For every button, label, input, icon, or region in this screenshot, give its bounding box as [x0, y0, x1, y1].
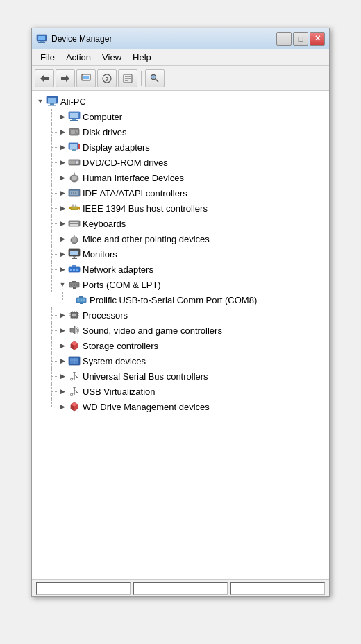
connector: [46, 399, 57, 414]
expand-monitors[interactable]: ▶: [57, 248, 68, 260]
svg-rect-20: [50, 103, 54, 105]
connector: [46, 185, 57, 201]
expand-mice[interactable]: ▶: [57, 233, 68, 244]
help-button[interactable]: ?: [97, 69, 117, 87]
svg-point-81: [76, 285, 78, 286]
svg-line-15: [156, 78, 159, 82]
keyboards-label: Keyboards: [83, 219, 126, 229]
tree-item-usb-virt[interactable]: ▶ USB Virtualization: [32, 384, 329, 399]
svg-rect-88: [79, 296, 83, 298]
restore-button[interactable]: □: [293, 32, 308, 46]
svg-point-29: [76, 131, 78, 133]
computer-icon: [68, 110, 81, 123]
processor-icon: [68, 309, 81, 321]
expand-storage[interactable]: ▶: [57, 340, 68, 351]
tree-item-monitors[interactable]: ▶ Monitors: [32, 246, 329, 262]
expand-ports[interactable]: ▼: [57, 279, 68, 290]
svg-marker-4: [40, 75, 49, 82]
expand-wd[interactable]: ▶: [57, 401, 68, 412]
svg-rect-83: [73, 287, 76, 289]
up-button[interactable]: [76, 69, 96, 87]
svg-rect-47: [71, 192, 72, 194]
svg-rect-72: [72, 258, 77, 259]
tree-item-usb[interactable]: ▶ Universal Serial Bus controllers: [32, 368, 329, 384]
tree-item-system[interactable]: ▶ System devices: [32, 353, 329, 368]
svg-rect-60: [74, 222, 76, 223]
svg-text:?: ?: [105, 76, 109, 83]
svg-rect-76: [76, 269, 78, 271]
menu-help[interactable]: Help: [127, 51, 157, 64]
properties-button[interactable]: [118, 69, 137, 87]
tree-item-ide[interactable]: ▶ IDE ATA/ATAPI controllers: [32, 185, 329, 201]
svg-marker-102: [70, 326, 75, 334]
expand-usb[interactable]: ▶: [57, 371, 68, 382]
svg-rect-64: [76, 224, 78, 226]
expand-keyboards[interactable]: ▶: [57, 218, 68, 229]
usb-label: Universal Serial Bus controllers: [83, 371, 208, 382]
svg-rect-24: [72, 119, 76, 120]
connector: [46, 323, 57, 338]
svg-point-66: [72, 237, 77, 242]
tree-item-wd[interactable]: ▶ WD Drive Management devices: [32, 399, 329, 414]
expand-ide[interactable]: ▶: [57, 187, 68, 198]
expand-system[interactable]: ▶: [57, 355, 68, 366]
status-panel-1: [36, 582, 131, 595]
svg-rect-25: [70, 120, 78, 121]
svg-marker-71: [73, 256, 76, 258]
tree-item-ieee[interactable]: ▶ IEEE 1394 Bus host controllers: [32, 201, 329, 216]
ports-label: Ports (COM & LPT): [83, 280, 161, 290]
connector: [46, 124, 57, 139]
tree-item-processors[interactable]: ▶ Processors: [32, 307, 329, 323]
connector: [46, 246, 57, 262]
expand-ieee[interactable]: ▶: [57, 203, 68, 214]
dvd-label: DVD/CD-ROM drives: [83, 158, 168, 168]
status-bar: [32, 579, 329, 596]
menu-action[interactable]: Action: [60, 51, 96, 64]
system-icon: [68, 355, 81, 367]
disk-label: Disk drives: [83, 127, 127, 137]
expand-usb-virt[interactable]: ▶: [57, 386, 68, 397]
expand-root[interactable]: ▼: [35, 96, 46, 107]
tree-item-sound[interactable]: ▶ Sound, video and game controllers: [32, 323, 329, 338]
device-tree[interactable]: ▼ Ali-PC ▶: [32, 91, 329, 579]
forward-button[interactable]: [56, 69, 75, 87]
menu-view[interactable]: View: [96, 51, 127, 64]
expand-network[interactable]: ▶: [57, 264, 68, 275]
tree-item-network[interactable]: ▶ Network adapters: [32, 262, 329, 277]
back-button[interactable]: [35, 69, 54, 87]
tree-root[interactable]: ▼ Ali-PC: [32, 94, 329, 109]
tree-item-storage[interactable]: ▶ Storage controllers: [32, 338, 329, 353]
menu-file[interactable]: File: [35, 51, 60, 64]
tree-item-disk-drives[interactable]: ▶ Disk drives: [32, 124, 329, 139]
menu-bar: File Action View Help: [32, 49, 329, 66]
tree-item-ports[interactable]: ▼ Ports (COM & LPT): [32, 277, 329, 292]
expand-sound[interactable]: ▶: [57, 325, 68, 336]
svg-point-38: [76, 162, 78, 163]
minimize-button[interactable]: –: [276, 32, 292, 46]
tree-item-mice[interactable]: ▶ Mice and other pointing devices: [32, 231, 329, 246]
expand-disk[interactable]: ▶: [57, 126, 68, 137]
expand-computer[interactable]: ▶: [57, 111, 68, 122]
tree-item-keyboards[interactable]: ▶ Keyboards: [32, 216, 329, 231]
expand-processors[interactable]: ▶: [57, 310, 68, 321]
tree-item-hid[interactable]: ▶ Human Interface Devices: [32, 170, 329, 185]
svg-point-42: [74, 173, 75, 174]
svg-rect-61: [76, 222, 78, 223]
tree-item-computer[interactable]: ▶ Computer: [32, 109, 329, 124]
scan-button[interactable]: [145, 69, 165, 87]
connector: [46, 368, 57, 384]
expand-dvd[interactable]: ▶: [57, 157, 68, 168]
network-icon: [68, 263, 81, 276]
processors-label: Processors: [83, 310, 128, 321]
disk-icon: [68, 126, 81, 138]
tree-item-prolific[interactable]: Prolific USB-to-Serial Comm Port (COM8): [32, 292, 329, 307]
tree-item-dvd[interactable]: ▶ DVD/CD-ROM drives: [32, 155, 329, 170]
expand-display[interactable]: ▶: [57, 142, 68, 153]
expand-hid[interactable]: ▶: [57, 172, 68, 183]
svg-rect-33: [70, 151, 77, 151]
connector: [46, 216, 57, 231]
tree-item-display[interactable]: ▶ Display adapters: [32, 139, 329, 155]
svg-rect-19: [48, 98, 56, 103]
close-button[interactable]: ✕: [310, 32, 325, 46]
toolbar: ?: [32, 66, 329, 91]
